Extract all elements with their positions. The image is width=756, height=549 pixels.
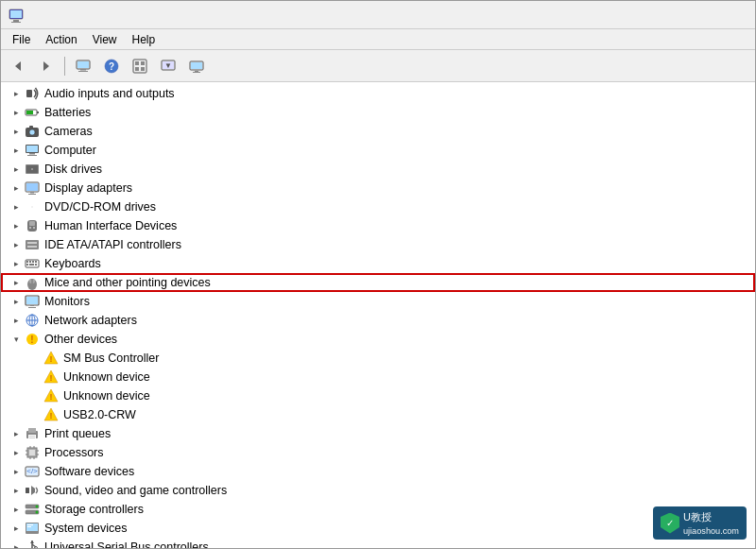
device-label-other: Other devices [44,333,117,346]
expand-arrow-display[interactable]: ▸ [9,180,24,196]
tree-item-system[interactable]: ▸System devices [1,519,755,538]
menu-help[interactable]: Help [125,31,163,48]
update-button[interactable]: ▼ [155,54,181,78]
svg-rect-86 [29,437,35,438]
expand-arrow-computer[interactable]: ▸ [9,143,24,158]
properties-button[interactable] [127,54,153,78]
tree-item-ide[interactable]: ▸IDE ATA/ATAPI controllers [1,235,755,254]
svg-point-49 [33,227,35,229]
maximize-button[interactable] [659,1,702,29]
tree-item-cameras[interactable]: ▸Cameras [1,122,755,141]
svg-rect-55 [29,261,31,263]
svg-point-38 [31,168,33,170]
expand-arrow-audio[interactable]: ▸ [9,86,24,101]
device-label-batteries: Batteries [44,106,91,119]
expand-arrow-network[interactable]: ▸ [9,313,24,328]
tree-item-display[interactable]: ▸Display adapters [1,179,755,197]
svg-rect-50 [26,240,39,249]
minimize-button[interactable] [613,1,657,29]
tree-item-software[interactable]: ▸</>Software devices [1,462,755,481]
watermark-badge: ✓ U教授ujiaoshou.com [653,506,747,540]
tree-item-other[interactable]: ▾!Other devices [1,330,755,349]
svg-rect-23 [193,72,200,73]
expand-arrow-usb2crw[interactable] [27,407,43,422]
tree-item-disk[interactable]: ▸Disk drives [1,160,755,179]
device-label-system: System devices [44,522,128,535]
device-label-sound: Sound, video and game controllers [44,484,227,497]
expand-arrow-dvd[interactable]: ▸ [9,199,24,214]
svg-rect-26 [37,112,39,113]
expand-arrow-disk[interactable]: ▸ [9,162,24,177]
svg-rect-7 [77,61,89,68]
menu-file[interactable]: File [5,31,38,48]
device-label-keyboards: Keyboards [44,257,101,270]
help-button[interactable]: ? [98,54,125,78]
expand-arrow-smbus[interactable] [27,351,43,366]
expand-arrow-keyboards[interactable]: ▸ [9,256,24,271]
expand-arrow-software[interactable]: ▸ [9,464,24,479]
expand-arrow-print[interactable]: ▸ [9,426,24,441]
expand-arrow-cameras[interactable]: ▸ [9,124,24,139]
svg-rect-15 [135,67,139,71]
svg-text:!: ! [50,392,53,402]
device-icon-processors [24,445,41,460]
svg-marker-110 [30,540,34,543]
tree-item-mice[interactable]: ▸Mice and other pointing devices [1,273,755,292]
tree-item-keyboards[interactable]: ▸Keyboards [1,254,755,273]
display-button[interactable] [183,54,210,78]
expand-arrow-mice[interactable]: ▸ [9,275,24,290]
tree-item-hid[interactable]: ▸Human Interface Devices [1,216,755,235]
expand-arrow-usb[interactable]: ▸ [9,540,24,548]
device-icon-software: </> [24,464,41,479]
svg-text:?: ? [109,61,114,72]
tree-item-processors[interactable]: ▸Processors [1,443,755,462]
tree-item-storage[interactable]: ▸Storage controllers [1,500,755,519]
tree-item-batteries[interactable]: ▸Batteries [1,103,755,122]
tree-item-audio[interactable]: ▸Audio inputs and outputs [1,84,755,103]
expand-arrow-monitors[interactable]: ▸ [9,294,24,309]
expand-arrow-ide[interactable]: ▸ [9,237,24,252]
back-button[interactable] [5,54,31,78]
expand-arrow-hid[interactable]: ▸ [9,218,24,233]
svg-text:!: ! [50,354,53,364]
svg-point-48 [29,227,31,229]
tree-item-monitors[interactable]: ▸Monitors [1,292,755,311]
expand-arrow-system[interactable]: ▸ [9,521,24,536]
expand-arrow-storage[interactable]: ▸ [9,502,24,517]
tree-item-sound[interactable]: ▸Sound, video and game controllers [1,481,755,500]
tree-item-usb2crw[interactable]: !USB2.0-CRW [1,405,755,424]
svg-rect-59 [29,264,34,266]
tree-item-dvd[interactable]: ▸DVD/CD-ROM drives [1,197,755,216]
watermark-text: U教授ujiaoshou.com [683,510,739,536]
tree-item-smbus[interactable]: !SM Bus Controller [1,349,755,368]
title-bar [1,1,755,29]
tree-item-network[interactable]: ▸Network adapters [1,311,755,330]
svg-rect-13 [135,61,139,65]
menu-view[interactable]: View [85,31,125,48]
svg-marker-5 [43,61,49,71]
tree-item-unknown2[interactable]: !Unknown device [1,386,755,405]
tree-item-usb[interactable]: ▸Universal Serial Bus controllers [1,538,755,548]
svg-rect-107 [27,524,33,525]
tree-item-unknown1[interactable]: !Unknown device [1,368,755,386]
device-tree[interactable]: ▸Audio inputs and outputs▸Batteries▸Came… [1,82,755,548]
device-label-usb: Universal Serial Bus controllers [44,540,209,548]
window-controls [613,1,747,29]
device-label-mice: Mice and other pointing devices [44,276,211,289]
tree-item-computer[interactable]: ▸Computer [1,141,755,160]
device-label-disk: Disk drives [44,163,102,176]
close-button[interactable] [704,1,747,29]
shield-icon: ✓ [661,513,679,534]
computer-button[interactable] [70,54,96,78]
tree-item-print[interactable]: ▸Print queues [1,424,755,443]
expand-arrow-other[interactable]: ▾ [9,332,24,347]
expand-arrow-batteries[interactable]: ▸ [9,105,24,120]
svg-rect-27 [26,111,33,114]
device-icon-keyboards [24,256,41,271]
expand-arrow-unknown2[interactable] [27,388,43,403]
menu-action[interactable]: Action [38,31,84,48]
expand-arrow-processors[interactable]: ▸ [9,445,24,460]
forward-button[interactable] [33,54,60,78]
expand-arrow-unknown1[interactable] [27,369,43,385]
expand-arrow-sound[interactable]: ▸ [9,483,24,498]
